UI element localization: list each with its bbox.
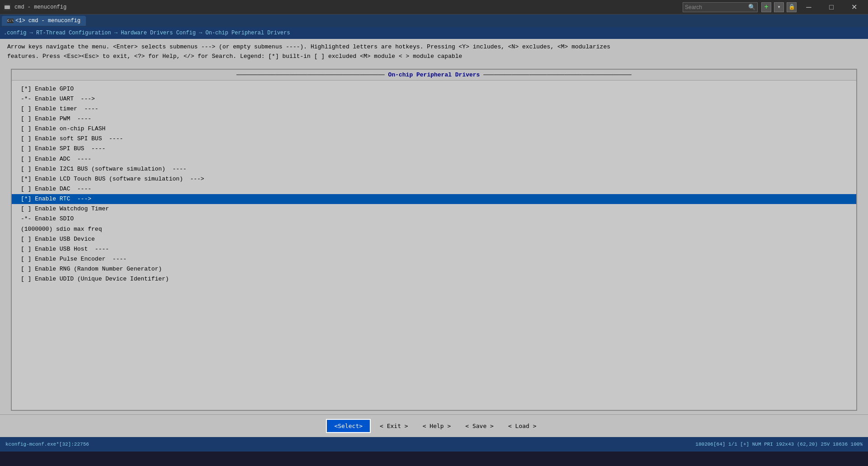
menu-item[interactable]: [*] Enable LCD Touch BUS (software simul…	[12, 174, 856, 184]
cmd-tab-icon: C:\	[7, 19, 14, 23]
tab-bar: C:\ <1> cmd - menuconfig	[0, 14, 868, 27]
menu-item[interactable]: [ ] Enable SPI BUS ----	[12, 144, 856, 154]
exit-button[interactable]: < Exit >	[374, 420, 414, 432]
menu-item[interactable]: [ ] Enable ADC ----	[12, 154, 856, 164]
menu-item[interactable]: [ ] Enable DAC ----	[12, 184, 856, 194]
menu-item[interactable]: [ ] Enable RNG (Random Number Generator)	[12, 264, 856, 274]
menu-item[interactable]: [ ] Enable Watchdog Timer	[12, 204, 856, 214]
save-button[interactable]: < Save >	[460, 420, 499, 432]
load-button[interactable]: < Load >	[503, 420, 542, 432]
menu-item[interactable]: [ ] Enable Pulse Encoder ----	[12, 254, 856, 264]
info-bar: Arrow keys navigate the menu. <Enter> se…	[0, 39, 868, 65]
window-title: cmd - menuconfig	[14, 4, 66, 10]
menu-item[interactable]: [ ] Enable USB Host ----	[12, 244, 856, 254]
svg-rect-2	[5, 7, 8, 8]
title-bar-controls: 🔍 + ▾ 🔒 ─ □ ✕	[683, 0, 864, 14]
menu-item[interactable]: [ ] Enable I2C1 BUS (software simulation…	[12, 164, 856, 174]
tab-options-button[interactable]: ▾	[774, 2, 784, 12]
menu-item[interactable]: [ ] Enable PWM ----	[12, 114, 856, 124]
search-icon: 🔍	[748, 4, 755, 11]
buttons-bar: <Select> < Exit > < Help > < Save > < Lo…	[0, 414, 868, 437]
search-input[interactable]	[685, 4, 748, 10]
info-line2: features. Press <Esc><Esc> to exit, <?> …	[7, 52, 861, 62]
menu-item[interactable]: [ ] Enable soft SPI BUS ----	[12, 134, 856, 144]
menu-item[interactable]: [*] Enable RTC --->	[12, 194, 856, 204]
menu-item[interactable]: -*- Enable UART --->	[12, 94, 856, 104]
tab-label: <1> cmd - menuconfig	[15, 18, 80, 24]
svg-rect-1	[5, 6, 7, 7]
minimize-button[interactable]: ─	[798, 0, 819, 14]
search-box[interactable]: 🔍	[683, 2, 758, 12]
info-line1: Arrow keys navigate the menu. <Enter> se…	[7, 43, 861, 52]
menu-item[interactable]: -*- Enable SDIO	[12, 214, 856, 224]
menu-title: ────────────────────────────────────────…	[12, 70, 856, 81]
menu-item[interactable]: [ ] Enable UDID (Unique Device Identifie…	[12, 274, 856, 284]
breadcrumb-bar: .config → RT-Thread Configuration → Hard…	[0, 27, 868, 39]
status-left: kconfig-mconf.exe*[32]:22756	[5, 442, 89, 447]
close-button[interactable]: ✕	[844, 0, 864, 14]
app-icon	[4, 4, 11, 11]
menu-item[interactable]: [*] Enable GPIO	[12, 84, 856, 94]
menu-container: ────────────────────────────────────────…	[11, 69, 857, 411]
help-button[interactable]: < Help >	[417, 420, 457, 432]
status-right: 180206[64] 1/1 [+] NUM PRI 192x43 (62,20…	[695, 442, 863, 447]
menu-items-list: [*] Enable GPIO-*- Enable UART --->[ ] E…	[12, 81, 856, 410]
menu-item[interactable]: [ ] Enable on-chip FLASH	[12, 124, 856, 134]
menu-item[interactable]: [ ] Enable timer ----	[12, 104, 856, 114]
add-tab-button[interactable]: +	[761, 2, 771, 12]
menu-item[interactable]: [ ] Enable USB Device	[12, 234, 856, 244]
menu-title-text: On-chip Peripheral Drivers	[388, 71, 480, 78]
tab-cmd-menuconfig[interactable]: C:\ <1> cmd - menuconfig	[2, 16, 86, 26]
status-bar: kconfig-mconf.exe*[32]:22756 180206[64] …	[0, 437, 868, 452]
lock-button[interactable]: 🔒	[787, 2, 797, 12]
main-area: Arrow keys navigate the menu. <Enter> se…	[0, 39, 868, 437]
menu-item[interactable]: (1000000) sdio max freq	[12, 224, 856, 234]
title-bar-left: cmd - menuconfig	[4, 4, 66, 11]
breadcrumb: .config → RT-Thread Configuration → Hard…	[4, 30, 290, 36]
select-button[interactable]: <Select>	[326, 419, 371, 433]
title-bar: cmd - menuconfig 🔍 + ▾ 🔒 ─ □ ✕	[0, 0, 868, 14]
maximize-button[interactable]: □	[821, 0, 842, 14]
